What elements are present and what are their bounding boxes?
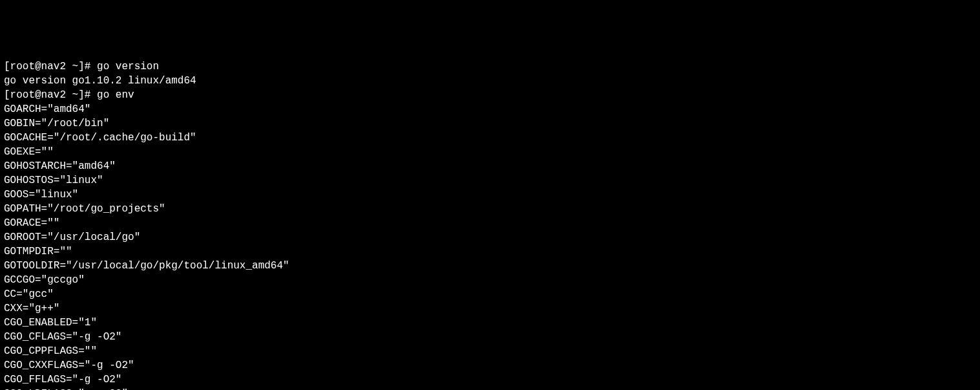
terminal-line: GOBIN="/root/bin" [4, 118, 109, 129]
terminal-line: [root@nav2 ~]# go version [4, 61, 159, 72]
terminal-line: GOROOT="/usr/local/go" [4, 232, 140, 243]
terminal-line: GCCGO="gccgo" [4, 274, 85, 286]
terminal-output[interactable]: [root@nav2 ~]# go version go version go1… [4, 60, 976, 390]
terminal-line: GOOS="linux" [4, 189, 78, 200]
terminal-line: GOCACHE="/root/.cache/go-build" [4, 132, 196, 144]
terminal-line: CGO_CFLAGS="-g -O2" [4, 331, 121, 343]
terminal-line: CXX="g++" [4, 303, 59, 314]
terminal-line: GORACE="" [4, 217, 59, 229]
terminal-line: GOARCH="amd64" [4, 103, 90, 115]
terminal-line: CGO_ENABLED="1" [4, 317, 97, 329]
terminal-line: go version go1.10.2 linux/amd64 [4, 75, 196, 87]
terminal-line: GOTOOLDIR="/usr/local/go/pkg/tool/linux_… [4, 260, 289, 272]
terminal-line: [root@nav2 ~]# go env [4, 89, 134, 101]
terminal-line: CGO_FFLAGS="-g -O2" [4, 374, 121, 385]
terminal-line: GOTMPDIR="" [4, 246, 72, 257]
terminal-line: CC="gcc" [4, 288, 54, 300]
terminal-line: GOHOSTARCH="amd64" [4, 160, 116, 172]
terminal-line: CGO_CPPFLAGS="" [4, 345, 97, 357]
terminal-line: GOEXE="" [4, 146, 54, 158]
terminal-line: GOPATH="/root/go_projects" [4, 203, 165, 215]
terminal-line: CGO_CXXFLAGS="-g -O2" [4, 360, 134, 371]
terminal-line: GOHOSTOS="linux" [4, 175, 103, 186]
